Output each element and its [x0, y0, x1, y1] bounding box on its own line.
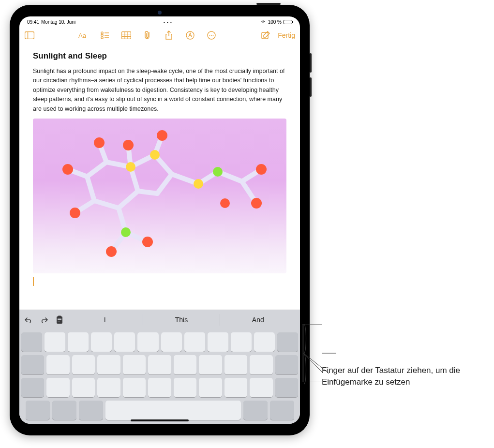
keyboard-key[interactable]	[225, 378, 247, 397]
note-embedded-image[interactable]	[33, 119, 286, 273]
checklist-icon[interactable]	[100, 30, 110, 41]
keyboard-key[interactable]	[174, 355, 196, 374]
keyboard-key[interactable]	[21, 355, 44, 374]
share-icon[interactable]	[164, 30, 174, 41]
svg-point-43	[94, 137, 105, 148]
onscreen-keyboard[interactable]: I This And	[19, 310, 300, 424]
svg-point-49	[142, 237, 153, 247]
keyboard-key[interactable]	[91, 332, 112, 352]
keyboard-shift-key[interactable]	[21, 378, 44, 397]
keyboard-key[interactable]	[250, 378, 272, 397]
markup-icon[interactable]	[185, 30, 195, 41]
svg-rect-59	[58, 316, 61, 317]
note-content-area[interactable]: Sunlight and Sleep Sunlight has a profou…	[19, 45, 300, 310]
note-title[interactable]: Sunlight and Sleep	[33, 51, 286, 61]
svg-rect-61	[58, 319, 61, 320]
prediction-suggestion[interactable]: This	[143, 314, 219, 326]
keyboard-key[interactable]	[97, 355, 120, 374]
svg-line-29	[138, 191, 157, 194]
status-date: Montag 10. Juni	[41, 19, 75, 25]
table-icon[interactable]	[121, 30, 132, 41]
volume-down-button[interactable]	[310, 77, 312, 97]
text-format-icon[interactable]: Aa	[78, 30, 89, 41]
keyboard-shift-key[interactable]	[275, 378, 298, 397]
note-body-text[interactable]: Sunlight has a profound impact on the sl…	[33, 67, 286, 114]
svg-rect-0	[25, 32, 34, 39]
prediction-suggestion[interactable]: And	[220, 314, 296, 326]
svg-point-45	[157, 130, 167, 141]
keyboard-key[interactable]	[114, 332, 135, 352]
svg-point-7	[101, 37, 103, 39]
keyboard-key[interactable]	[231, 332, 252, 352]
ipad-device-frame: 09:41 Montag 10. Juni • • • 100 %	[10, 5, 310, 435]
svg-point-48	[106, 246, 117, 257]
keyboard-numbers-key[interactable]	[243, 401, 268, 420]
more-icon[interactable]	[206, 30, 217, 41]
svg-line-25	[87, 177, 94, 201]
keyboard-mic-key[interactable]	[79, 401, 103, 420]
svg-point-47	[70, 208, 80, 218]
front-camera	[158, 11, 162, 15]
status-bar: 09:41 Montag 10. Juni • • • 100 %	[19, 16, 300, 26]
keyboard-key[interactable]	[72, 378, 95, 397]
keyboard-prediction-bar: I This And	[19, 310, 300, 329]
compose-icon[interactable]	[260, 30, 271, 41]
keyboard-key[interactable]	[148, 378, 171, 397]
svg-rect-62	[58, 321, 60, 321]
wifi-icon	[260, 19, 266, 25]
keyboard-globe-key[interactable]	[52, 401, 76, 420]
clipboard-icon[interactable]	[54, 314, 65, 325]
keyboard-key[interactable]	[46, 378, 69, 397]
keyboard-key[interactable]	[148, 355, 171, 374]
keyboard-key[interactable]	[123, 378, 146, 397]
svg-point-56	[213, 167, 223, 177]
keyboard-key[interactable]	[46, 355, 69, 374]
text-insertion-cursor	[33, 277, 34, 286]
keyboard-key[interactable]	[277, 332, 298, 352]
keyboard-key[interactable]	[199, 355, 222, 374]
keyboard-key[interactable]	[45, 332, 65, 352]
keyboard-key[interactable]	[123, 355, 146, 374]
keyboard-key[interactable]	[250, 355, 272, 374]
keyboard-key[interactable]	[184, 332, 205, 352]
undo-icon[interactable]	[23, 314, 34, 325]
notes-toolbar: Aa	[19, 26, 300, 45]
keyboard-key[interactable]	[97, 378, 120, 397]
svg-point-52	[220, 198, 230, 208]
svg-rect-60	[58, 318, 61, 318]
keyboard-space-key[interactable]	[105, 401, 241, 420]
keyboard-key[interactable]	[174, 378, 196, 397]
redo-icon[interactable]	[39, 314, 49, 325]
multitask-indicator-icon[interactable]: • • •	[164, 20, 172, 24]
keyboard-dismiss-key[interactable]	[270, 401, 294, 420]
svg-point-46	[62, 164, 73, 175]
battery-icon	[284, 20, 292, 24]
svg-point-54	[150, 150, 160, 160]
svg-point-50	[256, 164, 267, 175]
keyboard-key[interactable]	[199, 378, 222, 397]
svg-line-23	[119, 191, 138, 208]
done-button[interactable]: Fertig	[278, 31, 295, 39]
svg-point-55	[126, 162, 135, 172]
volume-up-button[interactable]	[310, 53, 312, 73]
sidebar-toggle-icon[interactable]	[24, 30, 35, 41]
svg-line-20	[87, 162, 106, 177]
attachment-icon[interactable]	[142, 30, 153, 41]
keyboard-key[interactable]	[21, 332, 42, 352]
prediction-suggestion[interactable]: I	[67, 314, 143, 326]
keyboard-keys-grid[interactable]	[19, 329, 300, 424]
keyboard-key[interactable]	[275, 355, 298, 374]
keyboard-key[interactable]	[72, 355, 95, 374]
home-indicator[interactable]	[131, 419, 189, 421]
keyboard-key[interactable]	[225, 355, 247, 374]
keyboard-key[interactable]	[68, 332, 89, 352]
keyboard-key[interactable]	[208, 332, 228, 352]
svg-rect-58	[57, 316, 62, 324]
svg-point-57	[121, 227, 131, 237]
power-button[interactable]	[256, 3, 281, 5]
keyboard-key[interactable]	[254, 332, 275, 352]
svg-point-44	[123, 140, 134, 150]
keyboard-numbers-key[interactable]	[26, 401, 50, 420]
keyboard-key[interactable]	[161, 332, 182, 352]
keyboard-key[interactable]	[137, 332, 158, 352]
